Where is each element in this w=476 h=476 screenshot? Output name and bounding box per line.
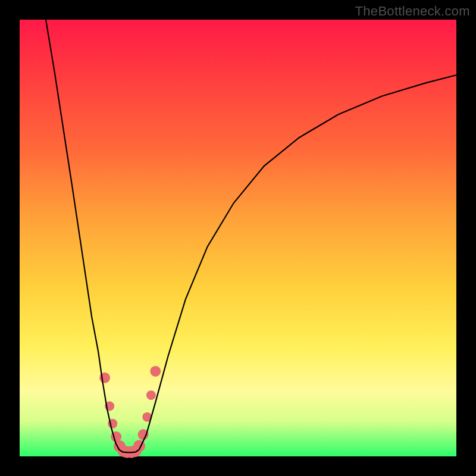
valley-marker <box>146 390 156 400</box>
chart-overlay <box>20 20 456 456</box>
bottleneck-curve <box>46 20 456 452</box>
outer-frame: TheBottleneck.com <box>0 0 476 476</box>
markers-group <box>99 366 161 458</box>
watermark-text: TheBottleneck.com <box>355 4 470 19</box>
valley-marker <box>150 366 161 377</box>
